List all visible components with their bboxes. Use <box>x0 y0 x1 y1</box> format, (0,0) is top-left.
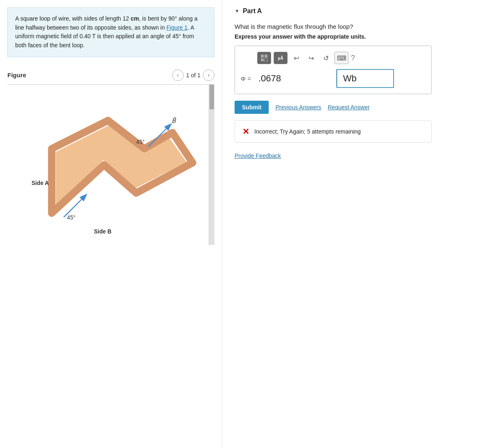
svg-text:45°: 45° <box>136 139 145 145</box>
express-instruction: Express your answer with the appropriate… <box>235 33 481 40</box>
svg-text:B⃗: B⃗ <box>172 117 177 124</box>
left-panel: A square loop of wire, with sides of len… <box>0 0 222 448</box>
figure-header: Figure ‹ 1 of 1 › <box>7 69 214 85</box>
svg-text:Side A: Side A <box>32 180 49 186</box>
feedback-message: Incorrect; Try Again; 5 attempts remaini… <box>254 128 361 135</box>
feedback-box: ✕ Incorrect; Try Again; 5 attempts remai… <box>235 120 432 143</box>
scrollbar[interactable] <box>209 85 214 245</box>
problem-box: A square loop of wire, with sides of len… <box>7 7 214 57</box>
undo-button[interactable]: ↩ <box>290 52 302 64</box>
part-header: ▼ Part A <box>235 7 481 15</box>
answer-value-input[interactable] <box>254 70 336 87</box>
svg-rect-8 <box>265 55 267 58</box>
toolbar: μÅ ↩ ↪ ↺ ⌨ ? <box>241 52 426 64</box>
previous-answers-button[interactable]: Previous Answers <box>275 104 321 111</box>
svg-rect-10 <box>265 58 267 61</box>
figure-counter: 1 of 1 <box>186 72 200 79</box>
keyboard-button[interactable]: ⌨ <box>334 52 348 64</box>
question-text: What is the magnetic flux through the lo… <box>235 23 481 30</box>
error-icon: ✕ <box>242 127 249 136</box>
svg-rect-7 <box>261 55 264 58</box>
request-answer-button[interactable]: Request Answer <box>328 104 370 111</box>
collapse-icon[interactable]: ▼ <box>235 8 240 14</box>
svg-text:45°: 45° <box>67 215 76 221</box>
svg-rect-9 <box>261 58 264 61</box>
matrix-button[interactable] <box>257 52 271 64</box>
right-panel: ▼ Part A What is the magnetic flux throu… <box>222 0 493 448</box>
reset-button[interactable]: ↺ <box>320 52 332 64</box>
phi-label: Φ = <box>241 75 251 82</box>
mu-button[interactable]: μÅ <box>274 52 288 64</box>
figure-next-button[interactable]: › <box>203 69 214 81</box>
figure-nav: ‹ 1 of 1 › <box>172 69 214 81</box>
part-label: Part A <box>243 7 262 15</box>
action-row: Submit Previous Answers Request Answer <box>235 101 432 114</box>
submit-button[interactable]: Submit <box>235 101 269 114</box>
answer-row: Φ = <box>241 69 426 88</box>
figure-canvas-wrap: 45° B⃗ 45° Side A Side B <box>7 85 214 245</box>
redo-button[interactable]: ↪ <box>305 52 317 64</box>
figure-canvas: 45° B⃗ 45° Side A Side B <box>7 85 209 245</box>
figure-diagram: 45° B⃗ 45° Side A Side B <box>7 85 209 245</box>
provide-feedback-link[interactable]: Provide Feedback <box>235 152 481 159</box>
answer-box: μÅ ↩ ↪ ↺ ⌨ ? Φ = <box>235 46 432 94</box>
figure-title: Figure <box>7 72 26 79</box>
help-icon[interactable]: ? <box>351 54 355 62</box>
figure-link[interactable]: Figure 1 <box>166 24 187 31</box>
scrollbar-thumb <box>210 85 214 109</box>
figure-prev-button[interactable]: ‹ <box>172 69 184 81</box>
svg-text:Side B: Side B <box>94 228 112 234</box>
answer-unit-input[interactable] <box>336 69 394 88</box>
figure-section: Figure ‹ 1 of 1 › <box>0 69 222 245</box>
